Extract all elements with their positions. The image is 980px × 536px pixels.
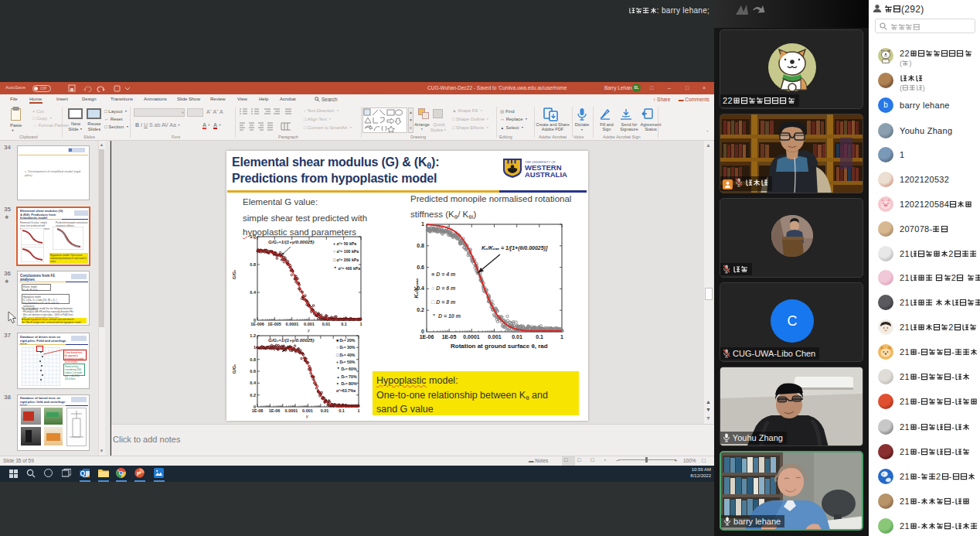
svg-text:P: P <box>137 470 141 477</box>
svg-text:AUSTRALIA: AUSTRALIA <box>525 170 567 179</box>
